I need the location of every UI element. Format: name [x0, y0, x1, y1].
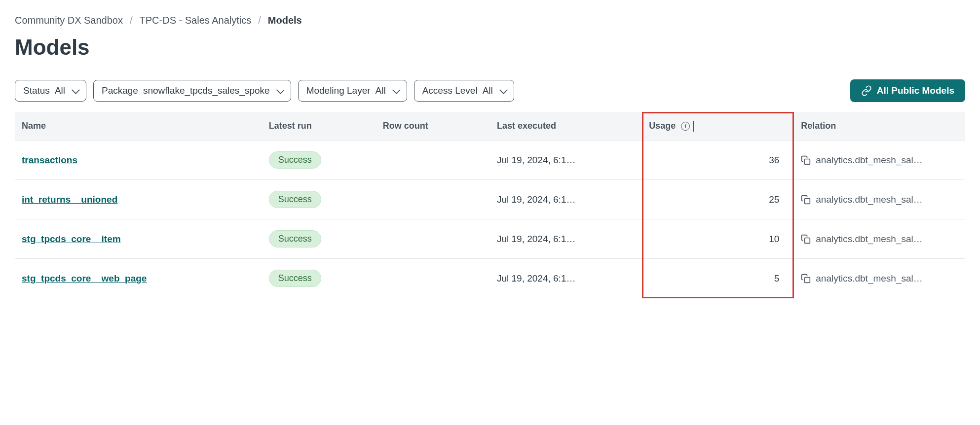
table-row: int_returns__unionedSuccessJul 19, 2024,… — [15, 180, 965, 219]
cell-last-executed: Jul 19, 2024, 6:1… — [490, 259, 642, 298]
relation-text: analytics.dbt_mesh_sal… — [816, 155, 923, 166]
copy-icon[interactable] — [801, 155, 811, 165]
copy-icon[interactable] — [801, 274, 811, 283]
filter-status[interactable]: Status All — [15, 80, 86, 102]
cell-latest-run: Success — [262, 141, 376, 180]
col-header-name[interactable]: Name — [15, 112, 262, 141]
cell-relation: analytics.dbt_mesh_sal… — [794, 259, 965, 298]
filter-value: snowflake_tpcds_sales_spoke — [143, 85, 270, 96]
cell-relation: analytics.dbt_mesh_sal… — [794, 141, 965, 180]
models-table-wrap: Name Latest run Row count Last executed … — [15, 112, 965, 298]
filter-label: Modeling Layer — [306, 85, 371, 96]
chevron-down-icon — [392, 86, 401, 94]
cell-row-count — [376, 259, 490, 298]
cell-relation: analytics.dbt_mesh_sal… — [794, 180, 965, 219]
cell-last-executed: Jul 19, 2024, 6:1… — [490, 141, 642, 180]
filter-value: All — [55, 85, 65, 96]
breadcrumb-link-org[interactable]: Community DX Sandbox — [15, 15, 123, 26]
info-icon[interactable]: i — [681, 122, 690, 131]
button-label: All Public Models — [877, 85, 954, 96]
model-link[interactable]: int_returns__unioned — [22, 194, 117, 205]
table-row: stg_tpcds_core__web_pageSuccessJul 19, 2… — [15, 259, 965, 298]
model-link[interactable]: transactions — [22, 155, 77, 165]
relation-text: analytics.dbt_mesh_sal… — [816, 194, 923, 205]
svg-rect-3 — [805, 277, 810, 283]
models-table: Name Latest run Row count Last executed … — [15, 112, 965, 298]
copy-icon[interactable] — [801, 234, 811, 244]
model-link[interactable]: stg_tpcds_core__web_page — [22, 273, 147, 283]
filter-label: Package — [102, 85, 138, 96]
filter-label: Access Level — [422, 85, 478, 96]
all-public-models-button[interactable]: All Public Models — [850, 79, 965, 102]
model-link[interactable]: stg_tpcds_core__item — [22, 234, 121, 244]
table-row: transactionsSuccessJul 19, 2024, 6:1…36a… — [15, 141, 965, 180]
cell-name: stg_tpcds_core__item — [15, 219, 262, 259]
chevron-down-icon — [276, 86, 285, 94]
breadcrumb: Community DX Sandbox / TPC-DS - Sales An… — [15, 15, 965, 26]
filter-label: Status — [23, 85, 50, 96]
svg-rect-1 — [805, 198, 810, 204]
copy-icon[interactable] — [801, 195, 811, 205]
link-icon — [861, 85, 872, 96]
cell-latest-run: Success — [262, 180, 376, 219]
chevron-down-icon — [72, 86, 80, 94]
chevron-down-icon — [693, 121, 694, 132]
cell-usage: 25 — [642, 180, 794, 219]
svg-rect-0 — [805, 159, 810, 164]
relation-text: analytics.dbt_mesh_sal… — [816, 273, 923, 284]
filter-value: All — [376, 85, 386, 96]
cell-row-count — [376, 219, 490, 259]
col-header-latest-run[interactable]: Latest run — [262, 112, 376, 141]
breadcrumb-sep: / — [258, 15, 261, 26]
breadcrumb-link-project[interactable]: TPC-DS - Sales Analytics — [140, 15, 252, 26]
cell-last-executed: Jul 19, 2024, 6:1… — [490, 219, 642, 259]
filter-access-level[interactable]: Access Level All — [414, 80, 514, 102]
cell-latest-run: Success — [262, 259, 376, 298]
filter-value: All — [483, 85, 493, 96]
col-header-row-count[interactable]: Row count — [376, 112, 490, 141]
page-title: Models — [15, 35, 965, 60]
cell-usage: 36 — [642, 141, 794, 180]
breadcrumb-current: Models — [268, 15, 302, 26]
svg-rect-2 — [805, 238, 810, 243]
status-badge: Success — [269, 230, 321, 248]
col-header-usage-label: Usage — [649, 121, 676, 131]
status-badge: Success — [269, 191, 321, 208]
cell-usage: 10 — [642, 219, 794, 259]
cell-latest-run: Success — [262, 219, 376, 259]
cell-row-count — [376, 180, 490, 219]
cell-name: int_returns__unioned — [15, 180, 262, 219]
cell-usage: 5 — [642, 259, 794, 298]
cell-relation: analytics.dbt_mesh_sal… — [794, 219, 965, 259]
breadcrumb-sep: / — [130, 15, 133, 26]
filter-modeling-layer[interactable]: Modeling Layer All — [298, 80, 407, 102]
filter-toolbar: Status All Package snowflake_tpcds_sales… — [15, 79, 965, 102]
col-header-last-executed[interactable]: Last executed — [490, 112, 642, 141]
chevron-down-icon — [499, 86, 508, 94]
col-header-relation[interactable]: Relation — [794, 112, 965, 141]
status-badge: Success — [269, 151, 321, 169]
cell-last-executed: Jul 19, 2024, 6:1… — [490, 180, 642, 219]
cell-name: transactions — [15, 141, 262, 180]
cell-row-count — [376, 141, 490, 180]
relation-text: analytics.dbt_mesh_sal… — [816, 234, 923, 245]
filter-package[interactable]: Package snowflake_tpcds_sales_spoke — [93, 80, 291, 102]
table-row: stg_tpcds_core__itemSuccessJul 19, 2024,… — [15, 219, 965, 259]
col-header-usage[interactable]: Usage i — [642, 112, 794, 141]
cell-name: stg_tpcds_core__web_page — [15, 259, 262, 298]
status-badge: Success — [269, 270, 321, 287]
